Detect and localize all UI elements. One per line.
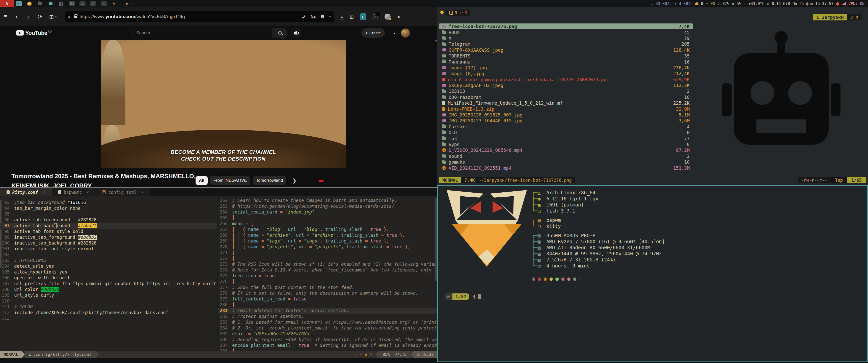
file-row[interactable]: mp377 <box>439 135 693 141</box>
close-icon[interactable]: × <box>86 190 89 195</box>
file-row[interactable]: 1231132 <box>439 88 693 94</box>
toolbar-extensions: ↓ ◫ F +× ❖ <box>340 13 400 20</box>
back-icon[interactable]: ‹ <box>14 12 19 21</box>
file-row[interactable]: 000-razobrat10 <box>439 94 693 100</box>
tab-bspwmrc[interactable]: bspwmrc× <box>52 188 96 196</box>
filter-chip[interactable]: All <box>195 176 208 185</box>
info-line: ├─▧ AMD ATI Radeon RX 6600/6600 XT/6600M <box>532 244 664 251</box>
workspace-files-icon[interactable] <box>37 1 43 6</box>
screenshot-icon[interactable]: +× <box>373 14 378 19</box>
youtube-logo-icon[interactable] <box>16 30 24 36</box>
file-row[interactable]: GkC0yLaXgAAP-H2.jpeg112,2K <box>439 82 693 88</box>
workspace-list-icon[interactable]: ≡ <box>101 1 107 6</box>
file-row[interactable]: gomuks10 <box>439 159 693 165</box>
forward-icon[interactable]: › <box>26 12 31 21</box>
file-row[interactable]: VID_20241130_092551.mp4151,3M <box>439 165 693 171</box>
sidebar-caret-icon[interactable]: ▾ <box>55 14 57 19</box>
page-url[interactable]: https://www.youtube.com/watch?v=5b8A-jgx… <box>80 14 185 20</box>
file-row[interactable]: VBOX45 <box>439 29 693 35</box>
workspace-terminal-icon[interactable]: >_ <box>16 1 22 6</box>
youtube-logo-text[interactable]: YouTube <box>25 30 47 36</box>
search-button[interactable] <box>273 28 287 38</box>
file-row[interactable]: OLD0 <box>439 130 693 135</box>
extensions-puzzle-icon[interactable]: ❖ <box>397 13 400 20</box>
translate-icon[interactable]: Aж <box>310 14 316 20</box>
file-row[interactable]: IMG_20250128_091825_007.jpg5,1M <box>439 112 693 118</box>
file-row[interactable]: free-icon-bot-7167276.png7,4K <box>439 24 693 29</box>
flag-extension-icon[interactable]: F <box>360 13 366 20</box>
system-status-bar: Λ >_ ↓ # ≡ ϟ » ~ ↓ 43 KB/s ↑ 4 KB/s 0 ⌨ … <box>0 0 868 7</box>
tab-kitty.conf[interactable]: kitty.conf× <box>0 188 52 196</box>
workspace-chat-icon[interactable] <box>48 1 54 6</box>
vpn-status[interactable]: VPN: ON <box>848 1 865 6</box>
file-row[interactable]: oth_A_ardor-gaming-wakizashi_instrukcia_… <box>439 77 693 82</box>
proxy-globe-icon[interactable] <box>384 13 391 20</box>
browser-menu-icon[interactable]: ≡ <box>3 13 7 20</box>
file-row[interactable]: IMG_20250123_164440_015.jpg3,6M <box>439 118 693 124</box>
file-row[interactable]: GkFPR-GXUAACWSS.jpeg128,4K <box>439 47 693 53</box>
notification-bell-icon[interactable] <box>836 2 839 5</box>
shield-icon[interactable]: ◈ <box>68 14 71 19</box>
chips-more-icon[interactable]: ❯ <box>292 176 297 185</box>
file-row[interactable]: image (17).jpg236,7K <box>439 65 693 71</box>
filter-chip[interactable]: Tomorrowland <box>253 176 286 185</box>
yazi-tab-2[interactable]: 2 X <box>847 14 862 21</box>
activity-pulse-icon[interactable]: ϟ <box>111 1 117 6</box>
yazi-tab-downloads[interactable]: 1 Загрузки <box>813 14 847 21</box>
file-row[interactable]: Telegram205 <box>439 41 693 47</box>
file-row[interactable]: Cursors4 <box>439 124 693 130</box>
avatar[interactable] <box>401 29 410 38</box>
file-row[interactable]: image (8).jpg212,4K <box>439 71 693 76</box>
keyboard-layout[interactable]: EN <box>711 1 715 6</box>
workspace-windows-icon[interactable] <box>58 1 64 6</box>
video-player[interactable]: BECOME A MEMBER OF THE CHANNEL CHECK OUT… <box>101 40 346 168</box>
folder-icon <box>38 2 42 5</box>
create-button[interactable]: + Create <box>361 28 385 38</box>
filter-chips: AllFrom iNEGATIVETomorrowland❯ <box>195 176 297 185</box>
arch-menu-button[interactable]: Λ <box>0 0 13 7</box>
ghost-count: 0 <box>701 1 703 6</box>
editor-line: 112include /home/$USER/.config/kitty/the… <box>0 310 217 316</box>
ram-usage: 8,14 GiB <box>772 1 790 6</box>
volume-icon[interactable]: ♪ <box>718 1 720 6</box>
dir-icon <box>442 137 446 140</box>
file-row[interactable]: Lens-FREE-1.3.zip32,9M <box>439 106 693 112</box>
search-input[interactable] <box>132 31 273 36</box>
shell-prompt: ~ 1.57 $ <box>444 293 481 300</box>
tab-config.toml[interactable]: Tconfig.toml× <box>96 188 150 196</box>
editor-right-scrollbar[interactable] <box>435 198 437 281</box>
reload-icon[interactable]: ⟳ <box>38 13 43 20</box>
clock-text[interactable]: Пн 24 фев 15:37:57 <box>793 1 834 6</box>
file-row[interactable]: TORRENTS35 <box>439 53 693 59</box>
yt-guide-hamburger-icon[interactable]: ≡ <box>6 30 9 37</box>
editor-line: 283# 1. Use base64 for email (convert at… <box>218 319 437 325</box>
editor-pane-kitty-conf[interactable]: 93#tab_bar_background #16161694tab_bar_m… <box>0 196 217 351</box>
workspace-cat-icon[interactable] <box>27 1 33 6</box>
vid-icon <box>442 166 446 170</box>
voice-search-button[interactable] <box>291 28 301 38</box>
downloads-icon[interactable]: ↓ <box>340 14 344 20</box>
url-bar[interactable]: ◈ https://www.youtube.com/watch?v=5b8A-j… <box>65 11 334 22</box>
line-number: 286 <box>218 337 232 342</box>
lock-icon[interactable] <box>74 15 77 18</box>
file-row[interactable]: sound2 <box>439 153 693 159</box>
bookmark-icon[interactable] <box>321 14 324 19</box>
workspace-hash-icon[interactable]: # <box>90 1 96 6</box>
search-bar[interactable] <box>131 28 287 38</box>
file-row[interactable]: Q_VIDEO_20241220_085546.mp497,2M <box>439 147 693 153</box>
bookmark-caret-icon[interactable]: ▾ <box>329 15 331 19</box>
close-icon[interactable]: × <box>141 190 144 195</box>
workspace-download-icon[interactable]: ↓ <box>80 1 86 6</box>
rss-icon[interactable] <box>302 15 305 19</box>
file-row[interactable]: MiniFuse1_Firmware_Update_1_5_0_212_win.… <box>439 100 693 106</box>
filter-chip[interactable]: From iNEGATIVE <box>210 176 250 185</box>
editor-pane-config-toml[interactable]: 262# Learn how to create these images in… <box>217 196 437 351</box>
workspace-image-icon[interactable] <box>69 1 75 6</box>
close-icon[interactable]: × <box>42 190 45 195</box>
file-row[interactable]: Пингвины16 <box>439 59 693 65</box>
reader-icon[interactable]: ◫ <box>350 13 353 20</box>
file-row[interactable]: X79 <box>439 35 693 41</box>
sidebar-icon[interactable]: ◫ <box>50 13 53 20</box>
editor-line: 271] <box>218 250 437 256</box>
file-row[interactable]: Буря0 <box>439 141 693 147</box>
